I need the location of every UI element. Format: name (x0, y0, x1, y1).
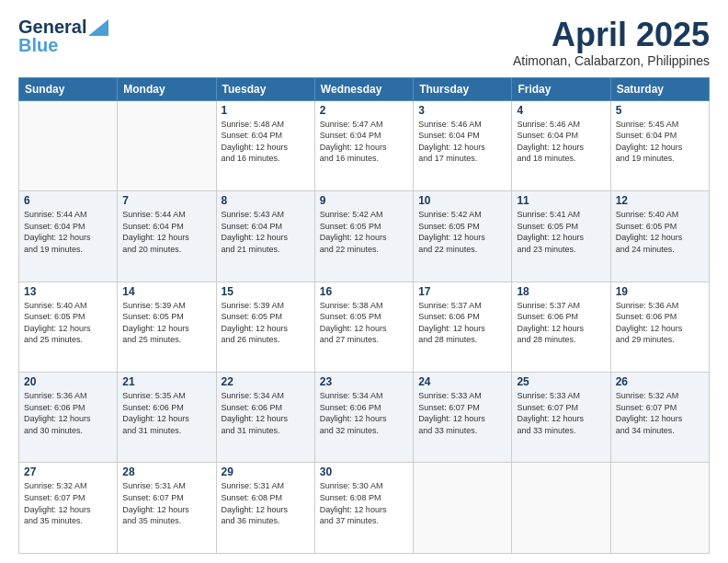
table-cell: 7Sunrise: 5:44 AM Sunset: 6:04 PM Daylig… (118, 191, 216, 282)
day-number: 26 (616, 375, 704, 388)
day-number: 9 (320, 194, 408, 207)
day-number: 8 (222, 194, 310, 207)
day-info: Sunrise: 5:36 AM Sunset: 6:06 PM Dayligh… (616, 300, 704, 346)
day-number: 2 (320, 104, 408, 117)
table-cell (118, 100, 216, 190)
day-number: 28 (122, 465, 210, 478)
table-cell: 26Sunrise: 5:32 AM Sunset: 6:07 PM Dayli… (610, 373, 709, 463)
table-cell: 22Sunrise: 5:34 AM Sunset: 6:06 PM Dayli… (216, 373, 314, 463)
table-cell (414, 463, 512, 554)
col-friday: Friday (512, 77, 610, 100)
day-number: 14 (122, 285, 210, 298)
table-cell: 25Sunrise: 5:33 AM Sunset: 6:07 PM Dayli… (512, 373, 610, 463)
table-cell: 24Sunrise: 5:33 AM Sunset: 6:07 PM Dayli… (414, 373, 512, 463)
day-number: 10 (418, 194, 506, 207)
calendar-header-row: Sunday Monday Tuesday Wednesday Thursday… (19, 77, 710, 100)
day-number: 1 (222, 104, 310, 117)
day-number: 13 (24, 285, 112, 298)
table-cell (19, 100, 118, 190)
svg-marker-0 (88, 19, 108, 36)
day-number: 17 (418, 285, 506, 298)
day-info: Sunrise: 5:48 AM Sunset: 6:04 PM Dayligh… (222, 119, 310, 165)
logo-bird-icon (88, 19, 108, 36)
day-info: Sunrise: 5:37 AM Sunset: 6:06 PM Dayligh… (418, 300, 506, 346)
day-info: Sunrise: 5:37 AM Sunset: 6:06 PM Dayligh… (517, 300, 605, 346)
table-cell: 27Sunrise: 5:32 AM Sunset: 6:07 PM Dayli… (19, 463, 118, 554)
table-cell: 20Sunrise: 5:36 AM Sunset: 6:06 PM Dayli… (19, 373, 118, 463)
table-cell: 5Sunrise: 5:45 AM Sunset: 6:04 PM Daylig… (610, 100, 709, 190)
table-cell: 23Sunrise: 5:34 AM Sunset: 6:06 PM Dayli… (314, 373, 413, 463)
table-cell: 29Sunrise: 5:31 AM Sunset: 6:08 PM Dayli… (216, 463, 314, 554)
table-cell: 3Sunrise: 5:46 AM Sunset: 6:04 PM Daylig… (414, 100, 512, 190)
week-row-4: 20Sunrise: 5:36 AM Sunset: 6:06 PM Dayli… (19, 373, 710, 463)
day-number: 4 (517, 104, 605, 117)
title-block: April 2025 Atimonan, Calabarzon, Philipp… (513, 17, 710, 68)
day-info: Sunrise: 5:32 AM Sunset: 6:07 PM Dayligh… (24, 480, 112, 526)
col-thursday: Thursday (414, 77, 512, 100)
table-cell: 1Sunrise: 5:48 AM Sunset: 6:04 PM Daylig… (216, 100, 314, 190)
day-info: Sunrise: 5:43 AM Sunset: 6:04 PM Dayligh… (222, 209, 310, 255)
table-cell: 28Sunrise: 5:31 AM Sunset: 6:07 PM Dayli… (118, 463, 216, 554)
table-cell (512, 463, 610, 554)
day-info: Sunrise: 5:44 AM Sunset: 6:04 PM Dayligh… (122, 209, 210, 255)
table-cell: 4Sunrise: 5:46 AM Sunset: 6:04 PM Daylig… (512, 100, 610, 190)
day-number: 30 (320, 465, 408, 478)
week-row-2: 6Sunrise: 5:44 AM Sunset: 6:04 PM Daylig… (19, 191, 710, 282)
table-cell: 16Sunrise: 5:38 AM Sunset: 6:05 PM Dayli… (314, 282, 413, 372)
day-info: Sunrise: 5:38 AM Sunset: 6:05 PM Dayligh… (320, 300, 408, 346)
table-cell: 8Sunrise: 5:43 AM Sunset: 6:04 PM Daylig… (216, 191, 314, 282)
table-cell: 10Sunrise: 5:42 AM Sunset: 6:05 PM Dayli… (414, 191, 512, 282)
day-number: 7 (122, 194, 210, 207)
day-number: 18 (517, 285, 605, 298)
table-cell: 11Sunrise: 5:41 AM Sunset: 6:05 PM Dayli… (512, 191, 610, 282)
calendar-title: April 2025 (513, 17, 710, 53)
day-number: 25 (517, 375, 605, 388)
col-sunday: Sunday (19, 77, 118, 100)
day-info: Sunrise: 5:40 AM Sunset: 6:05 PM Dayligh… (616, 209, 704, 255)
day-info: Sunrise: 5:31 AM Sunset: 6:07 PM Dayligh… (122, 480, 210, 526)
day-info: Sunrise: 5:44 AM Sunset: 6:04 PM Dayligh… (24, 209, 112, 255)
table-cell: 9Sunrise: 5:42 AM Sunset: 6:05 PM Daylig… (314, 191, 413, 282)
day-number: 27 (24, 465, 112, 478)
day-number: 23 (320, 375, 408, 388)
day-info: Sunrise: 5:32 AM Sunset: 6:07 PM Dayligh… (616, 390, 704, 436)
day-info: Sunrise: 5:33 AM Sunset: 6:07 PM Dayligh… (418, 390, 506, 436)
table-cell: 2Sunrise: 5:47 AM Sunset: 6:04 PM Daylig… (314, 100, 413, 190)
day-info: Sunrise: 5:30 AM Sunset: 6:08 PM Dayligh… (320, 480, 408, 526)
day-number: 3 (418, 104, 506, 117)
page: General Blue April 2025 Atimonan, Calaba… (0, 0, 728, 563)
col-monday: Monday (118, 77, 216, 100)
table-cell: 19Sunrise: 5:36 AM Sunset: 6:06 PM Dayli… (610, 282, 709, 372)
table-cell: 14Sunrise: 5:39 AM Sunset: 6:05 PM Dayli… (118, 282, 216, 372)
day-number: 6 (24, 194, 112, 207)
table-cell (610, 463, 709, 554)
day-number: 29 (222, 465, 310, 478)
day-number: 12 (616, 194, 704, 207)
week-row-5: 27Sunrise: 5:32 AM Sunset: 6:07 PM Dayli… (19, 463, 710, 554)
day-number: 16 (320, 285, 408, 298)
day-number: 22 (222, 375, 310, 388)
day-info: Sunrise: 5:46 AM Sunset: 6:04 PM Dayligh… (418, 119, 506, 165)
day-info: Sunrise: 5:34 AM Sunset: 6:06 PM Dayligh… (320, 390, 408, 436)
calendar-table: Sunday Monday Tuesday Wednesday Thursday… (18, 77, 710, 554)
table-cell: 12Sunrise: 5:40 AM Sunset: 6:05 PM Dayli… (610, 191, 709, 282)
day-number: 19 (616, 285, 704, 298)
day-info: Sunrise: 5:34 AM Sunset: 6:06 PM Dayligh… (222, 390, 310, 436)
day-info: Sunrise: 5:36 AM Sunset: 6:06 PM Dayligh… (24, 390, 112, 436)
day-info: Sunrise: 5:47 AM Sunset: 6:04 PM Dayligh… (320, 119, 408, 165)
day-info: Sunrise: 5:42 AM Sunset: 6:05 PM Dayligh… (418, 209, 506, 255)
day-info: Sunrise: 5:42 AM Sunset: 6:05 PM Dayligh… (320, 209, 408, 255)
logo-blue: Blue (18, 38, 58, 52)
day-info: Sunrise: 5:41 AM Sunset: 6:05 PM Dayligh… (517, 209, 605, 255)
table-cell: 6Sunrise: 5:44 AM Sunset: 6:04 PM Daylig… (19, 191, 118, 282)
table-cell: 30Sunrise: 5:30 AM Sunset: 6:08 PM Dayli… (314, 463, 413, 554)
col-saturday: Saturday (610, 77, 709, 100)
day-number: 11 (517, 194, 605, 207)
table-cell: 17Sunrise: 5:37 AM Sunset: 6:06 PM Dayli… (414, 282, 512, 372)
day-number: 15 (222, 285, 310, 298)
day-info: Sunrise: 5:46 AM Sunset: 6:04 PM Dayligh… (517, 119, 605, 165)
day-info: Sunrise: 5:40 AM Sunset: 6:05 PM Dayligh… (24, 300, 112, 346)
calendar-subtitle: Atimonan, Calabarzon, Philippines (513, 53, 710, 68)
day-number: 21 (122, 375, 210, 388)
col-wednesday: Wednesday (314, 77, 413, 100)
